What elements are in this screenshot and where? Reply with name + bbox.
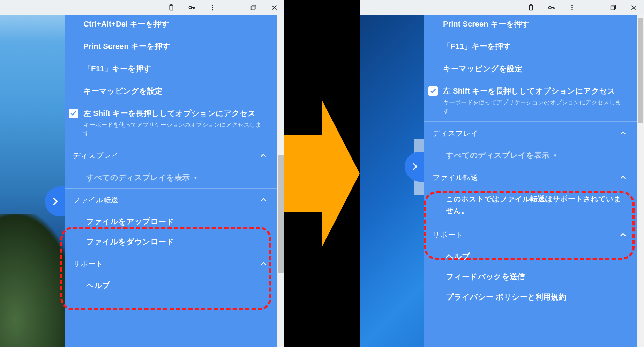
window-titlebar — [0, 0, 284, 15]
scrollbar-thumb[interactable] — [278, 155, 284, 273]
all-displays-item[interactable]: すべてのディスプレイを表示 ▼ — [424, 145, 637, 166]
svg-point-6 — [212, 5, 213, 6]
svg-point-8 — [212, 9, 213, 10]
svg-point-2 — [189, 6, 191, 9]
key-icon[interactable] — [541, 0, 562, 15]
chevron-up-icon — [620, 231, 627, 238]
more-menu-icon[interactable] — [562, 0, 582, 15]
help-item[interactable]: ヘルプ — [424, 246, 637, 267]
checkbox-checked-icon[interactable] — [69, 109, 78, 118]
all-displays-label: すべてのディスプレイを表示 — [86, 172, 190, 183]
close-button[interactable] — [264, 0, 284, 15]
support-section-label: サポート — [73, 259, 103, 269]
file-transfer-section-header[interactable]: ファイル転送 — [424, 166, 637, 189]
chevron-up-icon — [260, 152, 267, 159]
print-screen-item[interactable]: Print Screen キーを押す — [65, 35, 277, 58]
chevron-up-icon — [620, 174, 627, 181]
display-section-header[interactable]: ディスプレイ — [65, 144, 277, 167]
transition-arrow-icon — [284, 0, 360, 347]
all-displays-item[interactable]: すべてのディスプレイを表示 ▼ — [65, 167, 277, 188]
f11-item[interactable]: 「F11」キーを押す — [424, 35, 637, 58]
shift-access-label: 左 Shift キーを長押ししてオプションにアクセス — [83, 109, 256, 118]
minimize-button[interactable] — [223, 0, 243, 15]
scrollbar-thumb[interactable] — [638, 18, 643, 123]
file-transfer-section-label: ファイル転送 — [433, 173, 478, 183]
display-section-label: ディスプレイ — [73, 151, 119, 161]
key-mapping-item[interactable]: キーマッピングを設定 — [424, 58, 637, 80]
scrollbar-track[interactable] — [637, 15, 644, 347]
feedback-item[interactable]: フィードバックを送信 — [424, 267, 637, 287]
maximize-button[interactable] — [603, 0, 623, 15]
file-transfer-section-header[interactable]: ファイル転送 — [65, 188, 277, 212]
support-section-header[interactable]: サポート — [65, 252, 277, 275]
print-screen-item[interactable]: Print Screen キーを押す — [424, 15, 637, 35]
window-titlebar — [360, 0, 644, 15]
svg-point-23 — [571, 9, 573, 10]
svg-point-21 — [571, 5, 573, 6]
shift-access-sublabel: キーボードを使ってアプリケーションのオプションにアクセスします — [443, 98, 627, 116]
svg-rect-11 — [251, 6, 255, 10]
file-transfer-unsupported-message: このホストではファイル転送はサポートされていません。 — [424, 189, 637, 223]
key-mapping-item[interactable]: キーマッピングを設定 — [65, 80, 277, 102]
svg-point-17 — [548, 6, 551, 9]
chevron-up-icon — [260, 260, 267, 267]
svg-point-22 — [571, 7, 573, 8]
shift-access-item[interactable]: 左 Shift キーを長押ししてオプションにアクセス キーボードを使ってアプリケ… — [65, 102, 277, 144]
shift-access-sublabel: キーボードを使ってアプリケーションのオプションにアクセスします — [83, 121, 267, 138]
key-icon[interactable] — [181, 0, 202, 15]
ctrl-alt-del-item[interactable]: Ctrl+Alt+Del キーを押す — [65, 15, 277, 35]
svg-marker-14 — [284, 100, 360, 247]
shift-access-label: 左 Shift キーを長押ししてオプションにアクセス — [443, 87, 615, 95]
scrollbar-track[interactable] — [277, 15, 284, 347]
chevron-up-icon — [260, 197, 267, 204]
options-panel: Print Screen キーを押す 「F11」キーを押す キーマッピングを設定… — [424, 15, 637, 347]
clipboard-icon[interactable] — [521, 0, 541, 15]
minimize-button[interactable] — [582, 0, 603, 15]
file-download-item[interactable]: ファイルをダウンロード — [65, 232, 277, 252]
file-transfer-section-label: ファイル転送 — [73, 195, 118, 205]
display-section-header[interactable]: ディスプレイ — [424, 121, 637, 145]
dropdown-triangle-icon: ▼ — [193, 175, 198, 180]
more-menu-icon[interactable] — [202, 0, 223, 15]
shift-access-item[interactable]: 左 Shift キーを長押ししてオプションにアクセス キーボードを使ってアプリケ… — [424, 80, 637, 121]
all-displays-label: すべてのディスプレイを表示 — [446, 150, 549, 161]
support-section-header[interactable]: サポート — [424, 223, 637, 246]
support-section-label: サポート — [433, 230, 463, 240]
clipboard-icon[interactable] — [161, 0, 181, 15]
svg-rect-26 — [611, 6, 614, 10]
privacy-item[interactable]: プライバシー ポリシーと利用規約 — [424, 287, 637, 307]
svg-point-7 — [212, 7, 213, 8]
checkbox-checked-icon[interactable] — [428, 86, 438, 96]
close-button[interactable] — [623, 0, 644, 15]
options-panel: Ctrl+Alt+Del キーを押す Print Screen キーを押す 「F… — [65, 15, 277, 347]
f11-item[interactable]: 「F11」キーを押す — [65, 58, 277, 80]
display-section-label: ディスプレイ — [433, 128, 479, 138]
file-upload-item[interactable]: ファイルをアップロード — [65, 212, 277, 232]
dropdown-triangle-icon: ▼ — [553, 153, 557, 158]
maximize-button[interactable] — [243, 0, 264, 15]
chevron-up-icon — [620, 130, 627, 137]
help-item[interactable]: ヘルプ — [65, 275, 277, 301]
